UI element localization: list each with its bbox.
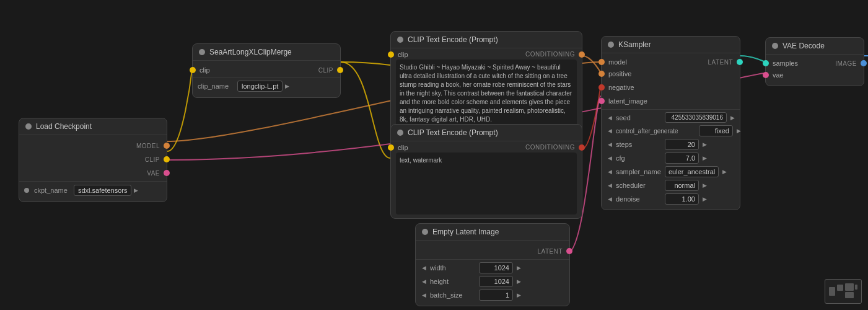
port-clip-in[interactable]	[388, 144, 394, 151]
scheduler-arrow-left[interactable]: ◀	[607, 182, 613, 188]
node-title: VAE Decode	[783, 42, 825, 50]
field-scheduler: ◀ scheduler normal ▶	[602, 179, 740, 192]
seed-arrow-right[interactable]: ▶	[729, 115, 736, 121]
port-positive-in[interactable]	[598, 71, 605, 77]
port-vae-in[interactable]	[763, 72, 769, 78]
batch-arrow-left[interactable]: ◀	[421, 292, 427, 298]
port-conditioning-out[interactable]	[579, 144, 585, 151]
denoise-arrow-right[interactable]: ▶	[701, 196, 708, 202]
control-value[interactable]: fixed	[699, 125, 733, 136]
positive-prompt-text[interactable]: Studio Ghibli ~ Hayao Miyazaki ~ Spirite…	[396, 60, 577, 134]
field-ckpt: ckpt_name sdxl.safetensors ▶	[19, 183, 167, 198]
height-value[interactable]: 1024	[479, 276, 513, 287]
control-arrow-right[interactable]: ▶	[735, 128, 742, 134]
output-label-conditioning: CONDITIONING	[525, 144, 575, 151]
node-vae-decode: VAE Decode samples IMAGE vae	[765, 37, 864, 86]
node-dot	[199, 49, 205, 55]
scheduler-value[interactable]: normal	[665, 180, 699, 191]
batch-arrow-right[interactable]: ▶	[515, 292, 522, 298]
node-ksampler-header: KSampler	[602, 37, 740, 53]
cfg-label: cfg	[616, 154, 662, 162]
port-clip-in[interactable]	[388, 51, 394, 58]
scheduler-label: scheduler	[616, 182, 662, 189]
node-dot	[772, 43, 778, 49]
scheduler-arrow-right[interactable]: ▶	[701, 182, 708, 188]
control-arrow-left[interactable]: ◀	[607, 128, 613, 134]
port-model-in[interactable]	[598, 59, 605, 65]
output-label-vae: VAE	[147, 170, 160, 177]
ckpt-arrow[interactable]: ▶	[133, 187, 139, 193]
sampler-arrow-right[interactable]: ▶	[721, 169, 728, 175]
input-negative-row: negative	[602, 81, 740, 94]
cfg-value[interactable]: 7.0	[665, 153, 699, 164]
port-clip-in[interactable]	[190, 67, 196, 73]
denoise-value[interactable]: 1.00	[665, 193, 699, 205]
output-row-latent: LATENT	[416, 244, 569, 258]
port-vae-out[interactable]	[164, 170, 170, 176]
batch-label: batch_size	[430, 291, 476, 299]
clip-name-value[interactable]: longclip-L.pt	[237, 81, 283, 92]
negative-prompt-text[interactable]: text, watermark	[396, 153, 577, 215]
cfg-arrow-left[interactable]: ◀	[607, 155, 613, 161]
port-conditioning-out[interactable]	[579, 51, 585, 58]
port-clip-out[interactable]	[164, 156, 170, 162]
cfg-arrow-right[interactable]: ▶	[701, 155, 708, 161]
height-arrow-left[interactable]: ◀	[421, 278, 427, 285]
node-vae-decode-header: VAE Decode	[766, 38, 864, 55]
output-label-clip: CLIP	[318, 67, 333, 74]
node-dot	[25, 123, 32, 130]
batch-value[interactable]: 1	[479, 290, 513, 301]
clip-name-arrow[interactable]: ▶	[284, 83, 291, 89]
denoise-arrow-left[interactable]: ◀	[607, 196, 613, 202]
denoise-label: denoise	[616, 195, 662, 203]
node-body: MODEL CLIP VAE ckpt_name sdxl.safetensor…	[19, 135, 167, 202]
field-control: ◀ control_after_generate fixed ▶	[602, 124, 740, 138]
node-clip-positive: CLIP Text Encode (Prompt) clip CONDITION…	[390, 31, 582, 138]
sampler-arrow-left[interactable]: ◀	[607, 169, 613, 175]
node-canvas[interactable]: Load Checkpoint MODEL CLIP VAE ckpt_name…	[0, 0, 868, 310]
port-latent-out[interactable]	[737, 59, 743, 65]
node-body: samples IMAGE vae	[766, 55, 864, 86]
port-latent-in[interactable]	[598, 98, 605, 104]
input-vae-row: vae	[766, 68, 864, 82]
node-title: Load Checkpoint	[36, 122, 92, 131]
input-vae: vae	[773, 71, 857, 79]
node-title: KSampler	[618, 40, 651, 49]
input-label-clip: clip	[398, 144, 408, 151]
output-label-clip: CLIP	[145, 156, 160, 163]
field-clip-name: clip_name longclip-L.pt ▶	[193, 79, 340, 94]
output-label-latent: LATENT	[537, 248, 563, 255]
minimap[interactable]	[825, 279, 862, 304]
seed-value[interactable]: 425533035839016	[665, 112, 727, 123]
minimap-svg	[828, 282, 859, 301]
port-samples-in[interactable]	[763, 60, 769, 66]
field-width: ◀ width 1024 ▶	[416, 261, 569, 275]
port-negative-in[interactable]	[598, 84, 605, 91]
steps-value[interactable]: 20	[665, 139, 699, 150]
width-value[interactable]: 1024	[479, 262, 513, 273]
steps-arrow-left[interactable]: ◀	[607, 141, 613, 148]
output-label-model: MODEL	[136, 143, 160, 149]
ckpt-label: ckpt_name	[34, 187, 71, 194]
sampler-value[interactable]: euler_ancestral	[665, 166, 719, 177]
field-steps: ◀ steps 20 ▶	[602, 138, 740, 151]
node-load-checkpoint: Load Checkpoint MODEL CLIP VAE ckpt_name…	[19, 118, 167, 202]
port-ckpt-in[interactable]	[24, 188, 29, 193]
width-arrow-right[interactable]: ▶	[515, 265, 522, 271]
ckpt-value[interactable]: sdxl.safetensors	[74, 185, 131, 196]
width-arrow-left[interactable]: ◀	[421, 265, 427, 271]
node-clip-negative-header: CLIP Text Encode (Prompt)	[391, 125, 582, 141]
node-title: SeaArtLongXLClipMerge	[209, 48, 292, 56]
port-latent-out[interactable]	[566, 248, 572, 254]
seed-arrow-left[interactable]: ◀	[607, 115, 613, 121]
output-image: IMAGE	[835, 60, 857, 67]
port-clip-out[interactable]	[337, 67, 343, 73]
height-arrow-right[interactable]: ▶	[515, 278, 522, 285]
port-image-out[interactable]	[861, 60, 867, 66]
input-label-clip: clip	[398, 51, 408, 58]
field-denoise: ◀ denoise 1.00 ▶	[602, 192, 740, 206]
steps-arrow-right[interactable]: ▶	[701, 141, 708, 148]
field-height: ◀ height 1024 ▶	[416, 275, 569, 288]
port-model-out[interactable]	[164, 143, 170, 149]
output-row-clip: CLIP	[19, 153, 167, 166]
